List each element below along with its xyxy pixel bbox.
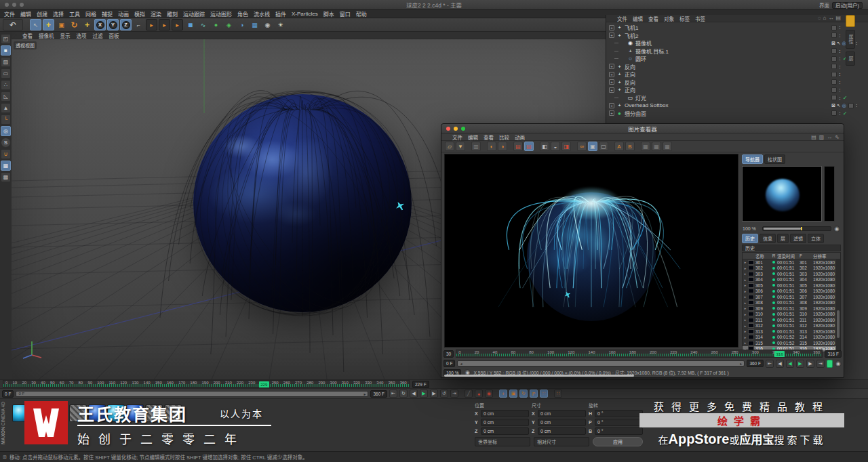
navigator-thumbnail[interactable]: [742, 166, 822, 222]
link-b-icon[interactable]: B: [625, 142, 635, 151]
magnet-icon[interactable]: ∪: [1, 149, 11, 159]
menu-item[interactable]: 窗口: [340, 10, 351, 18]
light-icon[interactable]: ☀: [275, 19, 286, 30]
ab-vertical-icon[interactable]: ◒: [551, 142, 560, 151]
y-axis-lock-icon[interactable]: Y: [107, 19, 119, 30]
axis-mode-icon[interactable]: └: [1, 114, 11, 125]
goto-start-icon[interactable]: ⇤: [389, 390, 397, 398]
pv-range-slider[interactable]: ◂▸: [457, 360, 745, 366]
object-row[interactable]: + + 飞机2 ⊠↖◎ : ✓: [609, 32, 868, 40]
render-canvas[interactable]: [444, 154, 738, 348]
loop-icon[interactable]: ↻: [399, 390, 408, 398]
record-scale-icon[interactable]: ▣: [509, 390, 517, 398]
move-tool-icon[interactable]: +: [43, 19, 54, 30]
pv-expand-icon[interactable]: ⇖: [835, 134, 840, 140]
pv-menu-item[interactable]: 查看: [484, 133, 494, 141]
render-view-icon[interactable]: ▸: [146, 19, 157, 30]
panel-tab[interactable]: 滤镜: [790, 234, 806, 243]
convert-editable-icon[interactable]: ◰: [1, 34, 11, 44]
pv-timeline-ruler[interactable]: 0204060801001201401601802002202402602803…: [456, 350, 823, 358]
timeline-ruler[interactable]: 0102030405060708090100110120130140150160…: [3, 380, 410, 388]
pv-play-backward-icon[interactable]: ◀: [786, 360, 794, 368]
record-pla-icon[interactable]: ∷: [540, 390, 548, 398]
row-expand-icon[interactable]: ▸: [743, 278, 748, 282]
ab-horizontal-icon[interactable]: ◧: [540, 142, 549, 151]
snap-icon[interactable]: S: [1, 138, 11, 148]
viewport-menu-item[interactable]: 查看: [22, 32, 33, 39]
object-tag-icons[interactable]: ⊠↖◎: [831, 41, 846, 46]
visibility-dots[interactable]: :: [839, 79, 841, 85]
menu-item[interactable]: 帮助: [356, 10, 367, 18]
object-name[interactable]: 正向: [625, 70, 635, 78]
current-frame-field[interactable]: 229 F: [412, 381, 429, 388]
coordinate-field[interactable]: 0 cm: [481, 410, 529, 417]
history-row[interactable]: ▸ 307 00:01:51 307 1920x1080: [743, 294, 840, 300]
row-expand-icon[interactable]: ▸: [743, 335, 748, 339]
viewport-menu-item[interactable]: 摄像机: [39, 32, 54, 39]
lock-workplane-icon[interactable]: ▦: [1, 161, 11, 171]
coordinate-system-icon[interactable]: ⌐: [133, 19, 144, 30]
expand-icon[interactable]: +: [609, 103, 614, 108]
object-name[interactable]: Overhead Softbox: [625, 102, 668, 108]
history-row[interactable]: ▸ 305 00:01:51 305 1920x1080: [743, 282, 840, 289]
object-manager-menu-item[interactable]: 书签: [695, 15, 705, 22]
object-manager-menu-item[interactable]: 标签: [679, 15, 690, 22]
play-icon[interactable]: ▶: [420, 390, 428, 398]
expand-icon[interactable]: +: [609, 25, 614, 30]
last-tool-icon[interactable]: +: [81, 19, 93, 30]
history-row[interactable]: ▸ 314 00:01:52 314 1920x1080: [743, 335, 840, 341]
compare-a-icon[interactable]: ◐: [487, 142, 496, 151]
texture-mode-icon[interactable]: ▨: [1, 57, 11, 67]
apply-button[interactable]: 应用: [593, 437, 643, 446]
object-name[interactable]: 摄像机.目标.1: [635, 47, 669, 55]
range-end-field[interactable]: 360 F: [370, 390, 387, 398]
current-frame-marker[interactable]: 229: [259, 381, 269, 388]
menu-item[interactable]: 角色: [237, 10, 248, 18]
object-name[interactable]: 飞机2: [625, 32, 638, 39]
pv-stop-icon[interactable]: [827, 360, 833, 368]
object-manager-menu-item[interactable]: 文件: [617, 15, 627, 22]
grid-double-icon[interactable]: ▦: [652, 142, 661, 151]
render-settings-icon[interactable]: ▸: [172, 19, 183, 30]
rotate-tool-icon[interactable]: ↻: [68, 19, 80, 30]
object-name[interactable]: 反向: [625, 79, 635, 86]
record-rotation-icon[interactable]: ↻: [519, 390, 528, 398]
swap-ab-icon[interactable]: ∞: [577, 142, 587, 151]
layer-chip[interactable]: [831, 79, 837, 85]
visibility-dots[interactable]: :: [856, 102, 858, 108]
pv-range-start-field[interactable]: 0 F: [443, 360, 455, 367]
record-position-icon[interactable]: +: [499, 390, 507, 398]
menu-item[interactable]: 文件: [4, 10, 15, 18]
menu-item[interactable]: 插件: [275, 10, 286, 18]
layer-chip[interactable]: [831, 72, 837, 77]
history-scrollbar[interactable]: [836, 259, 840, 352]
pv-goto-end-icon[interactable]: ⇥: [816, 360, 825, 368]
row-expand-icon[interactable]: ▸: [743, 301, 748, 305]
history-row[interactable]: ▸ 312 00:01:51 312 1920x1080: [743, 323, 840, 329]
z-axis-lock-icon[interactable]: Z: [120, 19, 132, 30]
menu-item[interactable]: 工具: [69, 10, 80, 18]
ab-off-icon[interactable]: ◨: [561, 142, 571, 151]
layer-chip[interactable]: [831, 110, 837, 116]
visibility-dots[interactable]: :: [839, 110, 841, 117]
scale-tool-icon[interactable]: ▣: [56, 19, 67, 30]
navigator-tab[interactable]: 柱状图: [764, 154, 785, 164]
coordinate-space-dropdown[interactable]: 世界坐标: [475, 437, 530, 446]
solo-mode-icon[interactable]: ◎: [1, 126, 11, 136]
model-mode-icon[interactable]: ■: [1, 45, 11, 56]
menu-item[interactable]: 运动图形: [210, 10, 232, 18]
menu-item[interactable]: 动画: [118, 10, 129, 18]
expand-icon[interactable]: +: [609, 72, 614, 77]
menu-item[interactable]: 雕刻: [167, 10, 178, 18]
pv-menu-item[interactable]: 文件: [452, 133, 462, 141]
layout-dropdown[interactable]: 启动(用户): [832, 2, 863, 9]
menu-item[interactable]: 创建: [37, 10, 47, 18]
expand-icon[interactable]: +: [609, 79, 614, 85]
history-row[interactable]: ▸ 315 00:01:52 315 1920x1080: [743, 340, 840, 346]
layers-icon[interactable]: ▤: [513, 142, 523, 151]
zoom-reset-button[interactable]: ◉: [833, 226, 840, 232]
coordinate-mode-dropdown[interactable]: 相对尺寸: [534, 437, 589, 446]
pv-dock-icon[interactable]: ▤: [811, 134, 816, 140]
layer-chip[interactable]: [831, 48, 837, 54]
row-expand-icon[interactable]: ▸: [743, 329, 748, 333]
